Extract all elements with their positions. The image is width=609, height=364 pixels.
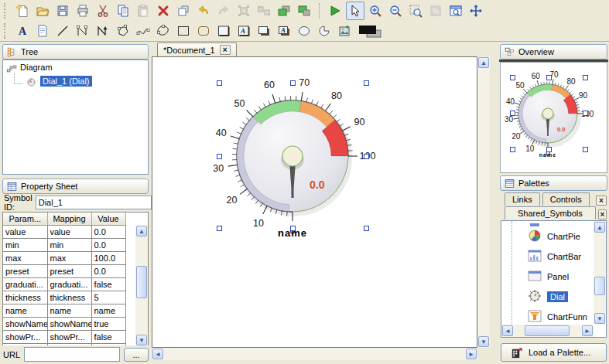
polyline-icon[interactable] [74, 22, 92, 40]
selection-handle[interactable] [217, 80, 222, 86]
selection-handle[interactable] [583, 147, 588, 152]
text-icon[interactable]: A [13, 22, 32, 40]
selection-handle[interactable] [364, 226, 369, 231]
url-input[interactable] [24, 347, 120, 362]
selection-handle[interactable] [583, 75, 588, 80]
ungroup-icon[interactable] [255, 2, 273, 20]
load-palette-button[interactable]: Load a Palette... [501, 343, 607, 362]
arrow-line-icon[interactable] [94, 22, 112, 40]
property-cell[interactable]: valueFont [3, 344, 47, 346]
property-column-header[interactable]: Value [91, 213, 125, 226]
selection-handle[interactable] [290, 80, 296, 86]
palette-item-panel[interactable]: Panel [501, 267, 594, 287]
palette-item-dial[interactable]: Dial [501, 287, 594, 307]
tab-links[interactable]: Links [505, 192, 540, 206]
property-cell[interactable]: name [47, 304, 91, 318]
group-icon[interactable] [234, 2, 253, 20]
property-cell[interactable]: valueFont [47, 344, 91, 346]
filled-rect-icon[interactable] [214, 22, 233, 40]
property-cell[interactable]: 0.0 [91, 226, 125, 239]
property-column-header[interactable]: Mapping [47, 213, 91, 226]
selection-handle[interactable] [364, 154, 369, 159]
scroll-right-icon[interactable]: ► [582, 325, 593, 336]
copy-icon[interactable] [114, 2, 132, 20]
scroll-thumb[interactable] [525, 325, 570, 336]
new-icon[interactable] [13, 2, 32, 20]
canvas-content[interactable]: 01020304050607080901000.0name [152, 56, 477, 348]
scroll-thumb[interactable] [136, 266, 147, 298]
property-column-header[interactable]: Param... [3, 213, 47, 226]
property-cell[interactable]: graduati... [47, 278, 91, 291]
scroll-down-icon[interactable]: ▼ [478, 336, 489, 347]
palette-item-partial[interactable] [501, 221, 594, 226]
tab-close-icon[interactable]: × [220, 45, 231, 55]
zoom-in-icon[interactable] [366, 2, 385, 20]
property-cell[interactable]: thickness [3, 291, 47, 304]
scroll-left-icon[interactable]: ◄ [152, 349, 163, 359]
tree-panel-header[interactable]: Tree [2, 44, 149, 60]
property-cell[interactable]: preset [47, 265, 91, 278]
property-cell[interactable]: max [47, 252, 91, 265]
scroll-left-icon[interactable]: ◄ [502, 325, 513, 336]
symbol-id-input[interactable] [36, 196, 152, 209]
selection-handle[interactable] [290, 226, 296, 231]
property-cell[interactable]: false [91, 278, 125, 291]
dial-symbol[interactable]: 01020304050607080901000.0name [152, 57, 477, 348]
ellipse-icon[interactable] [295, 22, 313, 40]
canvas-horizontal-scrollbar[interactable]: ◄ ► [152, 348, 477, 360]
overview-body[interactable]: 01020304050607080901000.0name [500, 62, 607, 173]
tab-close-icon[interactable]: × [596, 196, 607, 206]
property-cell[interactable]: 5 [91, 291, 125, 304]
toolbar-grip[interactable] [4, 3, 9, 19]
delete-icon[interactable] [154, 2, 173, 20]
curve-icon[interactable] [134, 22, 152, 40]
palette-item-chartpie[interactable]: ChartPie [501, 226, 594, 247]
property-cell[interactable]: 0.0 [91, 265, 125, 278]
url-browse-button[interactable]: ... [124, 348, 149, 362]
print-icon[interactable] [74, 2, 92, 20]
property-cell[interactable]: value [3, 226, 47, 239]
overview-header[interactable]: Overview [500, 44, 607, 60]
tab-controls[interactable]: Controls [542, 192, 590, 206]
selection-handle[interactable] [510, 111, 515, 116]
scroll-up-icon[interactable]: ▲ [478, 57, 489, 68]
palette-item-chartfunn[interactable]: ChartFunn [501, 307, 594, 325]
selection-handle[interactable] [546, 75, 552, 80]
closed-curve-icon[interactable] [154, 22, 173, 40]
cut-icon[interactable] [94, 2, 112, 20]
toolbar-grip[interactable] [4, 23, 9, 39]
canvas-vertical-scrollbar[interactable]: ▲ ▼ [477, 56, 490, 348]
property-cell[interactable]: showPr... [3, 331, 47, 344]
pan-icon[interactable] [467, 2, 485, 20]
property-cell[interactable]: min [47, 239, 91, 252]
property-cell[interactable]: min [3, 239, 47, 252]
shadow-rect-icon[interactable] [255, 22, 273, 40]
bring-to-front-icon[interactable] [275, 2, 293, 20]
scroll-down-icon[interactable]: ▼ [136, 335, 147, 345]
property-cell[interactable]: showName [47, 318, 91, 331]
palette-horizontal-scrollbar[interactable]: ◄ ► [501, 325, 594, 337]
scroll-up-icon[interactable]: ▲ [594, 222, 605, 233]
property-cell[interactable]: value [47, 226, 91, 239]
shadow-text-rect-icon[interactable]: A [275, 22, 293, 40]
selection-handle[interactable] [217, 154, 222, 159]
property-cell[interactable]: thickness [47, 291, 91, 304]
tree-item-diagram[interactable]: Diagram [3, 60, 148, 74]
send-to-back-icon[interactable] [295, 2, 313, 20]
palette-vertical-scrollbar[interactable]: ▲ ▼ [594, 221, 606, 325]
property-cell[interactable]: name [3, 304, 47, 318]
paste-icon[interactable] [134, 2, 152, 20]
line-icon[interactable] [53, 22, 72, 40]
arc-icon[interactable] [315, 22, 334, 40]
property-cell[interactable]: 0.0 [91, 239, 125, 252]
zoom-percent-icon[interactable]: % [426, 2, 445, 20]
zoom-fit-icon[interactable] [446, 2, 465, 20]
property-cell[interactable]: name [91, 304, 125, 318]
selection-handle[interactable] [364, 80, 369, 86]
scroll-right-icon[interactable]: ► [466, 349, 477, 359]
palettes-header[interactable]: Palettes [500, 175, 607, 191]
rect-icon[interactable] [174, 22, 193, 40]
select-icon[interactable] [346, 2, 364, 20]
note-icon[interactable] [33, 22, 52, 40]
property-cell[interactable]: false [91, 331, 125, 344]
